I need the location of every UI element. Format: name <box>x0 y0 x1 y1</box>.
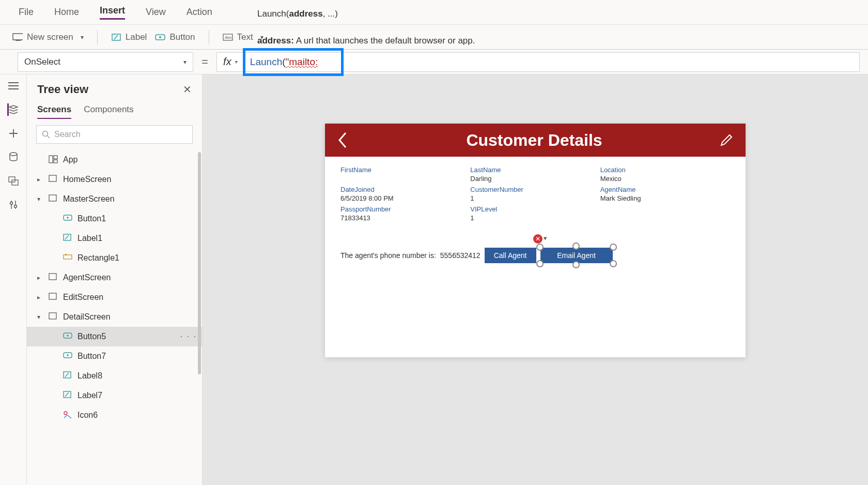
formula-signature-help: Launch(address, ...) address: A url that… <box>257 7 868 50</box>
tree-item-button1[interactable]: Button1 <box>27 209 202 229</box>
tree-item-label: Label1 <box>78 234 102 243</box>
label-icon <box>63 391 72 400</box>
tree-item-rectangle1[interactable]: Rectangle1 <box>27 248 202 268</box>
svg-text:Abc: Abc <box>225 35 232 40</box>
tree-item-label1[interactable]: Label1 <box>27 229 202 248</box>
fx-label: fx <box>223 56 231 68</box>
svg-point-12 <box>43 131 48 137</box>
svg-point-19 <box>67 217 69 219</box>
tree-item-label: HomeScreen <box>63 175 111 184</box>
data-icon[interactable] <box>7 151 20 163</box>
tree-item-detailscreen[interactable]: ▾DetailScreen <box>27 307 202 327</box>
selection-handle[interactable] <box>536 244 544 251</box>
tree-item-button5[interactable]: Button5· · · <box>27 327 202 346</box>
button-icon <box>155 33 165 41</box>
svg-rect-24 <box>49 293 56 299</box>
tree-item-agentscreen[interactable]: ▸AgentScreen <box>27 268 202 287</box>
equals-sign: = <box>202 55 208 69</box>
tree-item-label: DetailScreen <box>63 312 111 322</box>
selection-handle[interactable] <box>572 261 580 268</box>
caret-icon[interactable]: ▸ <box>37 176 43 183</box>
field-value: Mark Siedling <box>600 194 730 202</box>
separator <box>97 30 98 44</box>
menu-view[interactable]: View <box>146 7 166 18</box>
tree-item-masterscreen[interactable]: ▾MasterScreen <box>27 189 202 209</box>
svg-rect-16 <box>49 175 56 181</box>
tab-screens[interactable]: Screens <box>37 104 71 119</box>
caret-icon[interactable]: ▾ <box>37 313 43 321</box>
details-form: FirstName LastNameDarling LocationMexico… <box>325 157 746 272</box>
call-agent-button[interactable]: Call Agent <box>485 248 536 263</box>
svg-rect-21 <box>64 255 72 259</box>
tree-item-label: App <box>63 155 78 164</box>
fx-button[interactable]: fx▾ <box>216 52 243 72</box>
sig-arg-desc: A url that launches the default browser … <box>296 36 475 46</box>
svg-rect-14 <box>54 156 57 159</box>
add-icon[interactable] <box>7 127 20 140</box>
svg-rect-1 <box>16 40 21 41</box>
button-icon <box>63 352 72 361</box>
app-title: Customer Details <box>466 131 602 150</box>
sig-arg-label: address: <box>257 36 294 46</box>
selection-handle[interactable] <box>536 260 544 267</box>
settings-icon[interactable] <box>7 199 20 211</box>
app-icon <box>49 155 58 164</box>
caret-icon[interactable]: ▸ <box>37 274 43 281</box>
tree-item-label: Label8 <box>78 371 102 381</box>
tree-item-editscreen[interactable]: ▸EditScreen <box>27 287 202 307</box>
selection-handle[interactable] <box>610 244 617 251</box>
error-badge[interactable]: ✕ <box>533 234 542 244</box>
more-icon[interactable]: · · · <box>180 332 197 341</box>
svg-rect-15 <box>54 160 57 163</box>
edit-icon[interactable] <box>720 133 733 147</box>
tree-item-button7[interactable]: Button7 <box>27 346 202 366</box>
caret-icon[interactable]: ▾ <box>37 195 43 203</box>
close-icon[interactable]: ✕ <box>183 83 192 96</box>
tree-view-icon[interactable] <box>7 103 20 116</box>
field-label: PassportNumber <box>340 205 470 213</box>
menu-home[interactable]: Home <box>54 7 79 18</box>
scrollbar-thumb[interactable] <box>198 152 201 374</box>
svg-rect-13 <box>49 156 53 163</box>
menu-action[interactable]: Action <box>187 7 212 18</box>
new-screen-button[interactable]: New screen ▾ <box>12 32 84 42</box>
chevron-down-icon[interactable]: ▾ <box>544 234 547 242</box>
media-icon[interactable] <box>7 175 20 187</box>
search-input[interactable]: Search <box>36 125 193 144</box>
formula-token-fn: Launch <box>250 56 282 68</box>
separator <box>209 30 209 44</box>
insert-button-button[interactable]: Button <box>155 32 195 42</box>
screen-icon <box>49 273 58 282</box>
selection-handle[interactable] <box>610 260 617 267</box>
menu-insert[interactable]: Insert <box>100 5 125 20</box>
tree-item-label: EditScreen <box>63 293 103 302</box>
property-dropdown[interactable]: OnSelect ▾ <box>18 52 193 72</box>
tree-item-homescreen[interactable]: ▸HomeScreen <box>27 170 202 189</box>
screen-icon <box>49 175 58 184</box>
rect-icon <box>63 253 72 263</box>
left-rail <box>0 74 27 485</box>
back-icon[interactable] <box>337 132 349 148</box>
insert-label-text: Label <box>126 32 147 42</box>
property-value: OnSelect <box>24 57 60 67</box>
tree-item-app[interactable]: App <box>27 150 202 170</box>
insert-button-text: Button <box>169 32 195 42</box>
canvas[interactable]: Customer Details FirstName LastNameDarli… <box>203 74 868 485</box>
agent-phone-value: 5556532412 <box>440 251 481 260</box>
tree-view-title: Tree view <box>37 83 88 96</box>
insert-label-button[interactable]: Label <box>111 32 147 42</box>
chevron-down-icon: ▾ <box>235 59 237 65</box>
tree-item-label7[interactable]: Label7 <box>27 386 202 405</box>
field-value: 1 <box>470 214 600 222</box>
caret-icon[interactable]: ▸ <box>37 294 43 301</box>
tab-components[interactable]: Components <box>84 104 133 119</box>
svg-point-29 <box>67 354 69 356</box>
formula-input[interactable]: Launch("mailto: <box>243 52 860 72</box>
hamburger-icon[interactable] <box>7 80 20 92</box>
sig-suffix: , ...) <box>323 9 338 19</box>
menu-file[interactable]: File <box>19 7 34 18</box>
tree-item-label8[interactable]: Label8 <box>27 366 202 386</box>
screen-icon <box>49 312 58 322</box>
selection-handle[interactable] <box>572 242 580 250</box>
tree-item-icon6[interactable]: Icon6 <box>27 405 202 425</box>
